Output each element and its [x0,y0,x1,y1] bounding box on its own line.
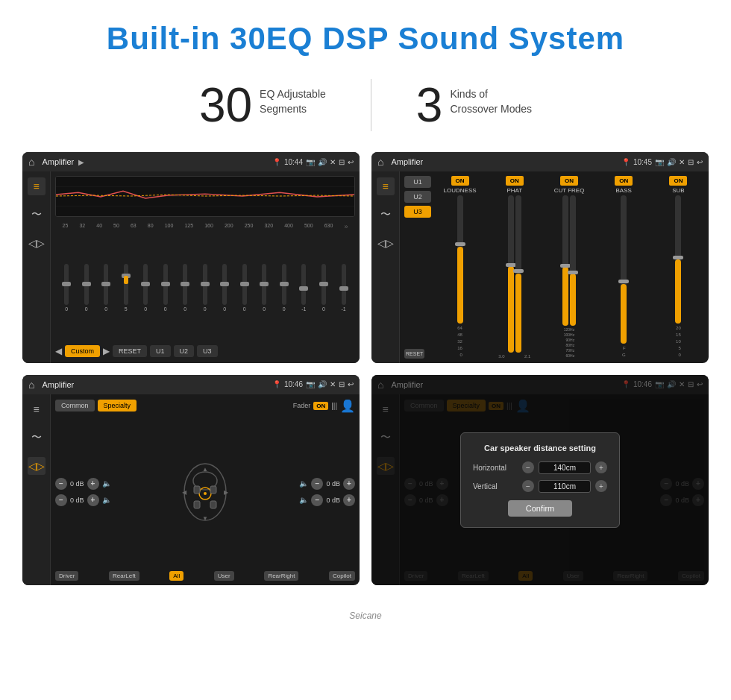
left-sidebar-1: ≡ 〜 ◁▷ [22,171,51,363]
wave-icon[interactable]: 〜 [28,206,46,224]
back-icon[interactable]: ↩ [348,158,354,166]
custom-btn[interactable]: Custom [65,345,100,357]
slider-400[interactable]: -1 [301,264,306,312]
slider-40[interactable]: 0 [104,264,108,312]
rearleft-btn[interactable]: RearLeft [109,571,139,581]
vol-rl-plus[interactable]: + [87,494,99,506]
cutfreq-slider-r[interactable] [570,195,576,326]
svg-text:▶: ▶ [224,489,229,496]
speaker-icon-3[interactable]: ◁▷ [28,457,46,475]
u2-btn[interactable]: U2 [174,345,195,357]
fader-label: Fader [293,402,311,409]
next-icon[interactable]: ▶ [103,346,110,356]
svg-rect-8 [194,486,200,494]
vol-rr-minus[interactable]: − [311,494,323,506]
eq-freq-labels: 25 32 40 50 63 80 100 125 160 200 250 32… [55,223,355,230]
confirm-button[interactable]: Confirm [508,500,573,517]
slider-25[interactable]: 0 [64,264,69,312]
spk-fl-icon: 🔈 [102,479,111,488]
slider-160[interactable]: 0 [222,264,227,312]
speaker-icon-2[interactable]: ◁▷ [377,234,395,252]
screen-icon-2[interactable]: ⊟ [688,158,694,166]
rearright-btn[interactable]: RearRight [264,571,298,581]
vertical-plus[interactable]: + [595,480,607,492]
horizontal-plus[interactable]: + [595,461,607,473]
loudness-on[interactable]: ON [451,176,469,186]
all-btn[interactable]: All [169,571,183,581]
vol-fr-plus[interactable]: + [343,478,355,490]
phat-slider-l[interactable] [508,195,514,353]
u1-btn[interactable]: U1 [150,345,171,357]
screen-icon-3[interactable]: ⊟ [339,380,345,388]
loudness-slider[interactable] [457,195,463,324]
home-icon-2[interactable]: ⌂ [377,156,383,168]
cutfreq-slider-l[interactable] [562,195,568,326]
wave-icon-2[interactable]: 〜 [377,206,395,224]
slider-80[interactable]: 0 [163,264,168,312]
back-icon-2[interactable]: ↩ [697,158,703,166]
bass-slider[interactable] [621,195,627,344]
specialty-btn[interactable]: Specialty [98,400,137,412]
eq-icon-3[interactable]: ≡ [28,400,46,418]
volume-icon[interactable]: 🔊 [318,158,327,166]
cutfreq-on[interactable]: ON [560,176,578,186]
stat-eq-number: 30 [199,81,252,129]
common-btn[interactable]: Common [55,400,95,412]
freq-63: 63 [131,223,137,230]
driver-btn[interactable]: Driver [55,571,78,581]
spk-rl-icon: 🔈 [102,496,111,504]
reset-btn-dsp[interactable]: RESET [404,349,424,359]
volume-icon-3[interactable]: 🔊 [318,380,327,388]
vol-fl-plus[interactable]: + [87,478,99,490]
vertical-input[interactable] [539,480,591,493]
slider-250[interactable]: 0 [262,264,266,312]
phat-slider-r[interactable] [515,195,521,353]
u3-btn[interactable]: U3 [197,345,218,357]
prev-icon[interactable]: ◀ [55,346,62,356]
slider-50[interactable]: 5 [124,264,128,312]
play-icon[interactable]: ▶ [78,158,84,166]
user-btn[interactable]: User [214,571,234,581]
preset-u2[interactable]: U2 [404,191,431,203]
freq-40: 40 [96,223,102,230]
close-icon-2[interactable]: ✕ [679,158,685,166]
sub-on[interactable]: ON [669,176,687,186]
bass-on[interactable]: ON [615,176,633,186]
preset-u1[interactable]: U1 [404,176,431,188]
copilot-btn[interactable]: Copilot [329,571,355,581]
slider-100[interactable]: 0 [183,264,187,312]
phat-on[interactable]: ON [506,176,524,186]
vertical-minus[interactable]: − [522,480,534,492]
horizontal-minus[interactable]: − [522,461,534,473]
camera-icon-2: 📷 [655,158,664,166]
eq-icon[interactable]: ≡ [28,177,46,195]
back-icon-3[interactable]: ↩ [348,380,354,388]
slider-32[interactable]: 0 [84,264,89,312]
loudness-vals: 644832160 [457,325,462,359]
slider-63[interactable]: 0 [143,264,148,312]
eq-icon-2[interactable]: ≡ [377,177,395,195]
home-icon[interactable]: ⌂ [28,156,34,168]
vol-rl-minus[interactable]: − [55,494,67,506]
screen-icon[interactable]: ⊟ [339,158,345,166]
reset-btn[interactable]: RESET [113,345,147,357]
speaker-icon-side[interactable]: ◁▷ [28,234,46,252]
vol-fr-minus[interactable]: − [311,478,323,490]
volume-icon-2[interactable]: 🔊 [667,158,676,166]
close-icon[interactable]: ✕ [330,158,336,166]
home-icon-3[interactable]: ⌂ [28,379,34,391]
vol-rr-plus[interactable]: + [343,494,355,506]
slider-500[interactable]: 0 [321,264,326,312]
horizontal-input[interactable] [539,461,591,474]
preset-u3[interactable]: U3 [404,206,431,218]
sub-slider[interactable] [675,195,681,324]
slider-320[interactable]: 0 [282,264,286,312]
vol-fl-minus[interactable]: − [55,478,67,490]
close-icon-3[interactable]: ✕ [330,380,336,388]
wave-icon-3[interactable]: 〜 [28,429,46,447]
slider-630[interactable]: -1 [341,264,345,312]
screen-speaker: ⌂ Amplifier 📍 10:46 📷 🔊 ✕ ⊟ ↩ ≡ 〜 ◁▷ C [22,375,360,586]
avatar-icon: 👤 [340,399,355,413]
slider-200[interactable]: 0 [242,264,247,312]
slider-125[interactable]: 0 [203,264,207,312]
